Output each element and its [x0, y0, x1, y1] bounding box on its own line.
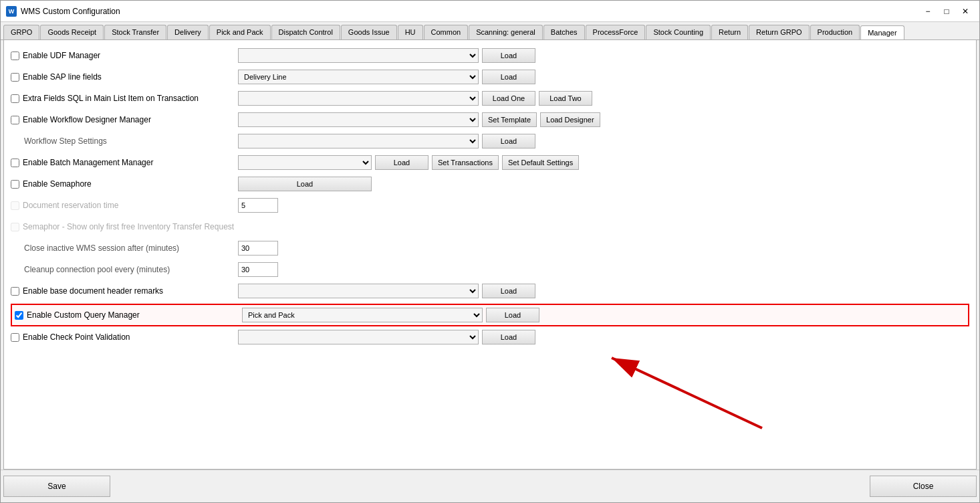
row-enable-custom-query: Enable Custom Query Manager Pick and Pac… [11, 304, 969, 326]
tab-scanning-general[interactable]: Scanning: general [469, 25, 543, 39]
app-icon: W [6, 6, 17, 17]
enable-custom-query-dropdown[interactable]: Pick and Pack Delivery Goods Receipt Sto… [242, 308, 483, 322]
enable-custom-query-checkbox[interactable] [15, 311, 23, 320]
row-doc-reservation: Document reservation time [11, 197, 969, 214]
row-enable-semaphore: Enable Semaphore Load [11, 175, 969, 193]
content-area: Enable UDF Manager Load Enable SAP line … [3, 40, 977, 470]
enable-custom-query-label: Enable Custom Query Manager [15, 310, 140, 320]
minimize-button[interactable]: − [919, 5, 937, 18]
enable-sap-dropdown[interactable]: Delivery Line [238, 70, 479, 84]
window-controls: − □ ✕ [919, 5, 974, 18]
enable-batch-load-button[interactable]: Load [375, 155, 428, 170]
row-semaphor-show: Semaphor - Show only first free Inventor… [11, 218, 969, 235]
row-enable-udf: Enable UDF Manager Load [11, 47, 969, 64]
enable-udf-checkbox[interactable] [11, 52, 19, 60]
enable-semaphore-checkbox[interactable] [11, 180, 19, 189]
workflow-step-load-button[interactable]: Load [482, 134, 535, 148]
enable-batch-checkbox[interactable] [11, 159, 19, 167]
close-button[interactable]: Close [870, 476, 977, 497]
enable-base-doc-load-button[interactable]: Load [482, 284, 535, 298]
workflow-step-label: Workflow Step Settings [24, 136, 107, 146]
row-cleanup-connection: Cleanup connection pool every (minutes) [11, 261, 969, 278]
doc-reservation-label: Document reservation time [11, 201, 118, 210]
enable-checkpoint-checkbox[interactable] [11, 333, 19, 342]
enable-semaphore-load-button[interactable]: Load [238, 177, 372, 191]
set-default-settings-button[interactable]: Set Default Settings [502, 155, 579, 170]
enable-workflow-checkbox[interactable] [11, 116, 19, 124]
tab-processforce[interactable]: ProcessForce [586, 25, 646, 39]
footer: Save Close [1, 470, 979, 502]
enable-udf-dropdown[interactable] [238, 48, 479, 63]
enable-batch-label: Enable Batch Management Manager [11, 158, 153, 167]
row-close-inactive: Close inactive WMS session after (minute… [11, 239, 969, 257]
semaphor-show-label: Semaphor - Show only first free Inventor… [11, 222, 234, 231]
tab-production[interactable]: Production [810, 25, 860, 39]
load-designer-button[interactable]: Load Designer [540, 112, 600, 127]
enable-workflow-label: Enable Workflow Designer Manager [11, 115, 151, 124]
workflow-step-dropdown[interactable] [238, 134, 479, 148]
enable-udf-load-button[interactable]: Load [482, 48, 535, 63]
enable-workflow-dropdown[interactable] [238, 112, 479, 127]
enable-checkpoint-label: Enable Check Point Validation [11, 332, 130, 342]
tab-return[interactable]: Return [711, 25, 748, 39]
enable-sap-label: Enable SAP line fields [11, 72, 102, 82]
extra-fields-load-two-button[interactable]: Load Two [539, 91, 592, 106]
tab-batches[interactable]: Batches [543, 25, 585, 39]
cleanup-connection-label: Cleanup connection pool every (minutes) [24, 265, 170, 274]
tab-hu[interactable]: HU [398, 25, 423, 39]
doc-reservation-checkbox[interactable] [11, 201, 19, 210]
enable-base-doc-label: Enable base document header remarks [11, 286, 163, 296]
extra-fields-label: Extra Fields SQL in Main List Item on Tr… [11, 94, 199, 103]
tab-return-grpo[interactable]: Return GRPO [749, 25, 809, 39]
cleanup-connection-spinbox[interactable] [238, 262, 278, 277]
doc-reservation-spinbox[interactable] [238, 198, 278, 213]
set-transactions-button[interactable]: Set Transactions [432, 155, 499, 170]
tab-goods-issue[interactable]: Goods Issue [341, 25, 397, 39]
enable-custom-query-load-button[interactable]: Load [486, 308, 539, 322]
set-template-button[interactable]: Set Template [482, 112, 537, 127]
enable-base-doc-dropdown[interactable] [238, 284, 479, 298]
row-enable-sap: Enable SAP line fields Delivery Line Loa… [11, 68, 969, 86]
close-inactive-spinbox[interactable] [238, 241, 278, 256]
enable-checkpoint-dropdown[interactable] [238, 330, 479, 344]
tab-goods-receipt[interactable]: Goods Receipt [40, 25, 104, 39]
semaphor-show-checkbox[interactable] [11, 223, 19, 231]
title-bar: W WMS Custom Configuration − □ ✕ [1, 1, 979, 22]
row-extra-fields: Extra Fields SQL in Main List Item on Tr… [11, 90, 969, 107]
row-enable-batch: Enable Batch Management Manager Load Set… [11, 154, 969, 171]
close-inactive-label: Close inactive WMS session after (minute… [24, 243, 179, 253]
enable-batch-dropdown[interactable] [238, 155, 372, 170]
maximize-button[interactable]: □ [938, 5, 955, 18]
tab-stock-transfer[interactable]: Stock Transfer [104, 25, 166, 39]
row-enable-base-doc: Enable base document header remarks Load [11, 282, 969, 300]
save-button[interactable]: Save [3, 476, 110, 497]
enable-sap-checkbox[interactable] [11, 73, 19, 82]
enable-semaphore-label: Enable Semaphore [11, 179, 92, 189]
row-workflow-step: Workflow Step Settings Load [11, 132, 969, 150]
custom-query-inner-row: Enable Custom Query Manager Pick and Pac… [15, 306, 965, 324]
enable-sap-load-button[interactable]: Load [482, 70, 535, 84]
extra-fields-dropdown[interactable] [238, 91, 479, 106]
tab-stock-counting[interactable]: Stock Counting [646, 25, 711, 39]
tab-pick-and-pack[interactable]: Pick and Pack [209, 25, 271, 39]
tab-manager[interactable]: Manager [860, 25, 904, 40]
enable-udf-label: Enable UDF Manager [11, 51, 100, 60]
extra-fields-load-one-button[interactable]: Load One [482, 91, 535, 106]
row-enable-checkpoint: Enable Check Point Validation Load [11, 328, 969, 346]
close-window-button[interactable]: ✕ [957, 5, 974, 18]
window-title: WMS Custom Configuration [21, 7, 120, 16]
tab-delivery[interactable]: Delivery [167, 25, 209, 39]
enable-checkpoint-load-button[interactable]: Load [482, 330, 535, 344]
tab-dispatch-control[interactable]: Dispatch Control [271, 25, 340, 39]
tab-grpo[interactable]: GRPO [3, 25, 39, 39]
tab-common[interactable]: Common [424, 25, 469, 39]
row-enable-workflow: Enable Workflow Designer Manager Set Tem… [11, 111, 969, 128]
tab-bar: GRPO Goods Receipt Stock Transfer Delive… [1, 22, 979, 40]
extra-fields-checkbox[interactable] [11, 94, 19, 103]
enable-base-doc-checkbox[interactable] [11, 287, 19, 296]
